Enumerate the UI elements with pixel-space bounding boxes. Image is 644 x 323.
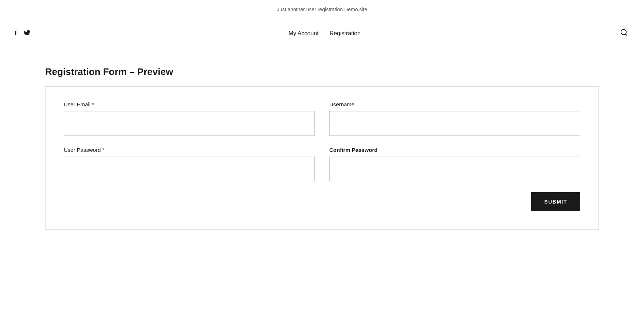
user-email-group: User Email* (64, 101, 315, 136)
registration-form: User Email* Username User Password* (64, 101, 580, 211)
confirm-password-input[interactable] (329, 157, 580, 181)
form-row-2: User Password* Confirm Password (64, 147, 580, 181)
form-container: User Email* Username User Password* (45, 86, 599, 230)
required-indicator: * (92, 101, 94, 107)
required-indicator-password: * (102, 147, 105, 153)
confirm-password-group: Confirm Password (329, 147, 580, 181)
confirm-password-label: Confirm Password (329, 147, 580, 153)
svg-line-1 (625, 34, 627, 35)
nav-my-account[interactable]: My Account (288, 30, 319, 37)
user-email-label: User Email* (64, 101, 315, 107)
user-email-input[interactable] (64, 111, 315, 136)
user-password-label: User Password* (64, 147, 315, 153)
tagline-text: Just another user registration Demo site (277, 7, 367, 12)
form-row-1: User Email* Username (64, 101, 580, 136)
username-input[interactable] (329, 111, 580, 136)
main-content: Registration Form – Preview User Email* … (31, 48, 613, 252)
search-button[interactable] (619, 27, 629, 40)
user-password-group: User Password* (64, 147, 315, 181)
top-tagline: Just another user registration Demo site (0, 0, 644, 19)
username-group: Username (329, 101, 580, 136)
social-icons-group: f (15, 29, 31, 37)
search-icon (620, 28, 628, 36)
svg-point-0 (621, 29, 627, 35)
submit-row: SUBMIT (64, 192, 580, 211)
site-header: f My Account Registration (0, 19, 644, 48)
nav-registration[interactable]: Registration (330, 30, 361, 37)
form-title: Registration Form – Preview (45, 66, 599, 78)
submit-button[interactable]: SUBMIT (531, 192, 580, 211)
user-password-input[interactable] (64, 157, 315, 181)
main-nav: My Account Registration (288, 30, 361, 37)
facebook-icon[interactable]: f (15, 29, 17, 37)
twitter-icon[interactable] (23, 29, 31, 37)
username-label: Username (329, 101, 580, 107)
